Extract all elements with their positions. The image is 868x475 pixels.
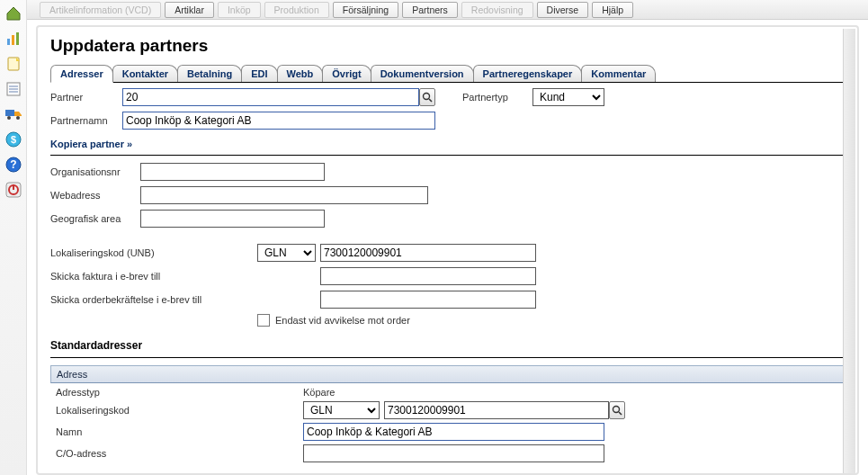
svg-point-9 bbox=[7, 116, 11, 120]
list-icon[interactable] bbox=[4, 79, 23, 99]
tab-dokumentversion[interactable]: Dokumentversion bbox=[371, 65, 474, 82]
search-icon bbox=[612, 405, 622, 416]
divider-2 bbox=[50, 357, 846, 358]
addr-lok-lookup-button[interactable] bbox=[609, 401, 625, 419]
addr-name-label: Namn bbox=[56, 426, 303, 437]
partnernamn-row: Partnernamn bbox=[50, 112, 846, 130]
page-title: Uppdatera partners bbox=[50, 36, 846, 56]
addr-lok-input[interactable] bbox=[384, 401, 609, 419]
addr-type-value: Köpare bbox=[303, 387, 609, 398]
invoice-email-label: Skicka faktura i e-brev till bbox=[50, 271, 257, 282]
svg-point-18 bbox=[424, 94, 430, 100]
copy-partner-link[interactable]: Kopiera partner » bbox=[50, 139, 132, 149]
addr-name-input[interactable] bbox=[303, 423, 604, 441]
addr-type-label: Adresstyp bbox=[56, 387, 303, 398]
tab--vrigt[interactable]: Övrigt bbox=[322, 65, 371, 82]
partner-input[interactable] bbox=[122, 88, 419, 106]
tab-row: AdresserKontakterBetalningEDIWebbÖvrigtD… bbox=[50, 65, 846, 83]
addr-lok-type-select[interactable]: GLN bbox=[303, 401, 380, 419]
addr-lok-label: Lokaliseringskod bbox=[56, 405, 303, 416]
partnertyp-label: Partnertyp bbox=[462, 92, 532, 103]
menu-ink-p: Inköp bbox=[218, 2, 261, 18]
partner-row: Partner Partnertyp Kund bbox=[50, 88, 846, 106]
webadress-input[interactable] bbox=[140, 186, 428, 204]
svg-rect-1 bbox=[12, 35, 14, 45]
svg-rect-2 bbox=[16, 32, 19, 45]
orgnr-input[interactable] bbox=[140, 163, 325, 181]
orderconf-email-label: Skicka orderbekräftelse i e-brev till bbox=[50, 294, 257, 305]
menu-artikelinformation-vcd-: Artikelinformation (VCD) bbox=[40, 2, 161, 18]
deviation-checkbox[interactable] bbox=[257, 314, 270, 327]
help-icon[interactable]: ? bbox=[4, 155, 23, 175]
menu-hj-lp[interactable]: Hjälp bbox=[592, 2, 633, 18]
truck-icon[interactable] bbox=[4, 104, 23, 124]
menu-partners[interactable]: Partners bbox=[402, 2, 458, 18]
std-addresses-heading: Standardadresser bbox=[50, 339, 846, 352]
addr-co-input[interactable] bbox=[303, 444, 604, 462]
coin-icon[interactable]: $ bbox=[4, 130, 23, 149]
lokkod-input[interactable] bbox=[320, 244, 536, 262]
svg-rect-0 bbox=[7, 39, 10, 45]
partnertyp-select[interactable]: Kund bbox=[532, 88, 604, 106]
invoice-email-input[interactable] bbox=[320, 267, 536, 285]
tab-kommentar[interactable]: Kommentar bbox=[581, 65, 656, 82]
svg-rect-8 bbox=[5, 110, 14, 116]
menu-produktion: Produktion bbox=[264, 2, 329, 18]
tab-webb[interactable]: Webb bbox=[277, 65, 324, 82]
deviation-label: Endast vid avvikelse mot order bbox=[275, 315, 410, 326]
svg-line-19 bbox=[429, 99, 432, 102]
tab-adresser[interactable]: Adresser bbox=[50, 65, 113, 83]
tab-kontakter[interactable]: Kontakter bbox=[112, 65, 178, 82]
partnernamn-input[interactable] bbox=[122, 112, 435, 130]
edi-section: Lokaliseringskod (UNB) GLN Skicka faktur… bbox=[50, 244, 846, 309]
note-icon[interactable] bbox=[4, 54, 23, 74]
lokkod-label: Lokaliseringskod (UNB) bbox=[50, 247, 257, 258]
top-menubar: Artikelinformation (VCD)ArtiklarInköpPro… bbox=[27, 0, 868, 20]
webadress-label: Webadress bbox=[50, 190, 140, 201]
geo-input[interactable] bbox=[140, 210, 325, 228]
partnernamn-label: Partnernamn bbox=[50, 115, 122, 126]
svg-point-10 bbox=[16, 116, 20, 120]
menu-f-rs-ljning[interactable]: Försäljning bbox=[333, 2, 398, 18]
search-icon bbox=[422, 92, 433, 103]
partner-lookup-button[interactable] bbox=[419, 88, 435, 106]
vertical-scrollbar[interactable] bbox=[843, 29, 855, 473]
orgnr-label: Organisationsnr bbox=[50, 166, 140, 177]
home-icon[interactable] bbox=[4, 4, 23, 23]
main-area: Artikelinformation (VCD)ArtiklarInköpPro… bbox=[27, 0, 868, 475]
geo-label: Geografisk area bbox=[50, 213, 140, 224]
address-group-body: Adresstyp Köpare Lokaliseringskod GLN Na… bbox=[50, 383, 846, 462]
svg-point-20 bbox=[613, 407, 620, 413]
deviation-row: Endast vid avvikelse mot order bbox=[257, 314, 846, 327]
menu-redovisning: Redovisning bbox=[461, 2, 533, 18]
address-group-header: Adress bbox=[50, 365, 846, 383]
org-section: Organisationsnr Webadress Geografisk are… bbox=[50, 163, 846, 228]
tab-partneregenskaper[interactable]: Partneregenskaper bbox=[473, 65, 583, 82]
partner-label: Partner bbox=[50, 92, 122, 103]
left-icon-rail: $? bbox=[0, 0, 27, 475]
page-panel: Uppdatera partners AdresserKontakterBeta… bbox=[36, 25, 859, 475]
svg-text:?: ? bbox=[10, 158, 16, 171]
lokkod-type-select[interactable]: GLN bbox=[257, 244, 316, 262]
menu-artiklar[interactable]: Artiklar bbox=[165, 2, 214, 18]
tab-edi[interactable]: EDI bbox=[241, 65, 277, 82]
chart-icon[interactable] bbox=[4, 29, 23, 49]
svg-line-21 bbox=[619, 412, 622, 415]
tab-betalning[interactable]: Betalning bbox=[177, 65, 242, 82]
power-icon[interactable] bbox=[4, 180, 23, 200]
menu-diverse[interactable]: Diverse bbox=[537, 2, 589, 18]
svg-text:$: $ bbox=[10, 134, 15, 145]
divider bbox=[50, 155, 846, 156]
orderconf-email-input[interactable] bbox=[320, 291, 536, 309]
addr-co-label: C/O-adress bbox=[56, 448, 303, 459]
